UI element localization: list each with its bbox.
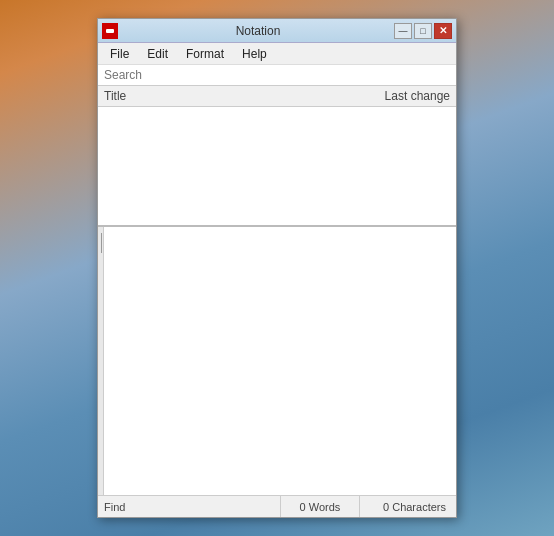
table-header: Title Last change	[98, 86, 456, 107]
menu-item-edit[interactable]: Edit	[139, 45, 176, 63]
main-window: Notation — □ ✕ File Edit Format Help Tit…	[97, 18, 457, 518]
editor-content[interactable]	[104, 227, 456, 495]
sidebar-line	[101, 233, 102, 253]
minimize-button[interactable]: —	[394, 23, 412, 39]
window-title: Notation	[122, 24, 394, 38]
menu-item-help[interactable]: Help	[234, 45, 275, 63]
find-label: Find	[104, 501, 280, 513]
menu-item-file[interactable]: File	[102, 45, 137, 63]
search-bar	[98, 65, 456, 86]
app-icon	[102, 23, 118, 39]
menu-item-format[interactable]: Format	[178, 45, 232, 63]
char-count: 0 Characters	[360, 501, 450, 513]
close-button[interactable]: ✕	[434, 23, 452, 39]
column-last-change: Last change	[360, 89, 450, 103]
notes-list[interactable]	[98, 107, 456, 227]
window-controls: — □ ✕	[394, 23, 452, 39]
title-bar: Notation — □ ✕	[98, 19, 456, 43]
search-input[interactable]	[104, 68, 450, 82]
editor-section	[98, 227, 456, 495]
maximize-button[interactable]: □	[414, 23, 432, 39]
menu-bar: File Edit Format Help	[98, 43, 456, 65]
column-title: Title	[104, 89, 360, 103]
editor-sidebar	[98, 227, 104, 495]
word-count: 0 Words	[280, 496, 360, 517]
status-bar: Find 0 Words 0 Characters	[98, 495, 456, 517]
